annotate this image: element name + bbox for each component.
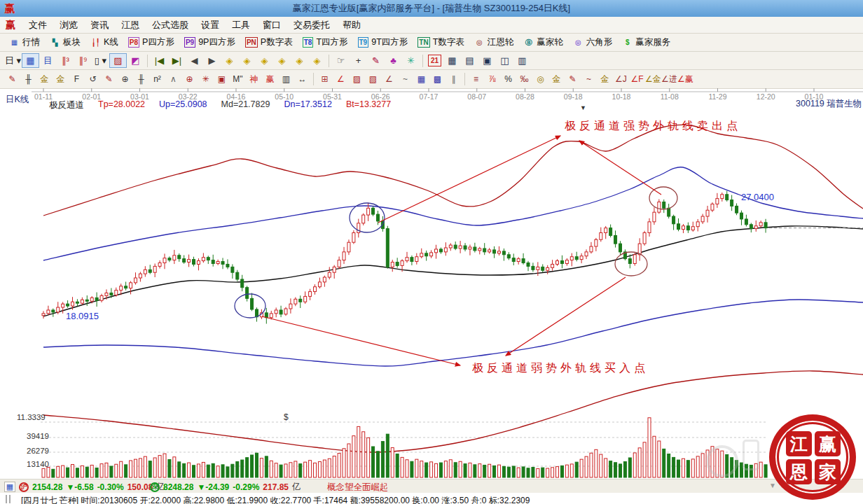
crosshair-tool-icon[interactable]: + xyxy=(350,53,367,68)
gann-tool-icon[interactable]: ♣ xyxy=(385,53,402,68)
chart-layout-icon[interactable]: ▦ xyxy=(22,53,39,68)
calendar-icon[interactable]: 21 xyxy=(428,55,441,66)
prev-bar-icon[interactable]: ◀ xyxy=(186,53,203,68)
menu-item-8[interactable]: 窗口 xyxy=(256,17,287,34)
fibonacci-icon[interactable]: F xyxy=(69,72,85,87)
fib-percent-icon[interactable]: ⅞ xyxy=(484,72,500,87)
angle-f-icon[interactable]: ∠F xyxy=(629,72,645,87)
9t-square-button[interactable]: T99T四方形 xyxy=(353,35,413,50)
spiral-icon[interactable]: ↺ xyxy=(85,72,101,87)
price-grid-icon[interactable]: ╫ xyxy=(20,72,36,87)
hexagon-button[interactable]: ◎六角形 xyxy=(568,35,618,50)
gold-line-2-icon[interactable]: 金 xyxy=(597,72,613,87)
percent-lines-icon[interactable]: ‰ xyxy=(516,72,532,87)
winner-wheel-button[interactable]: Ⓑ赢家轮 xyxy=(518,35,568,50)
pattern-chart-icon[interactable]: ▨ xyxy=(109,53,127,68)
angle-win-icon[interactable]: ∠赢 xyxy=(677,72,693,87)
winner-service-button[interactable]: $赢家服务 xyxy=(617,35,675,50)
angle-line-icon[interactable]: ∠ xyxy=(381,72,397,87)
marker-pen-icon[interactable]: ✎ xyxy=(101,72,117,87)
analysis-tool-icon[interactable]: ✳ xyxy=(402,53,420,68)
gann-box-icon[interactable]: ▣ xyxy=(214,72,230,87)
pen-tool-icon[interactable]: ✎ xyxy=(4,72,20,87)
event-marker-icon[interactable]: ▼ xyxy=(580,104,586,111)
gann-star-icon[interactable]: ✳ xyxy=(198,72,214,87)
h-compress-icon[interactable]: ◈ xyxy=(273,53,291,68)
wave-line-icon[interactable]: ~ xyxy=(581,72,597,87)
angle-j-icon[interactable]: ∠J xyxy=(613,72,629,87)
p-square-button[interactable]: P8P四方形 xyxy=(123,35,179,50)
menu-item-3[interactable]: 资讯 xyxy=(84,17,115,34)
menu-item-1[interactable]: 文件 xyxy=(22,17,53,34)
grid-shade-b-icon[interactable]: ▧ xyxy=(365,72,381,87)
period-dropdown-icon[interactable]: 日 ▾ xyxy=(4,53,22,68)
print-icon[interactable]: ▥ xyxy=(513,53,531,68)
last-bar-icon[interactable]: ▶| xyxy=(168,53,186,68)
save-icon[interactable]: ▣ xyxy=(478,53,496,68)
angle-gold-icon[interactable]: ∠金 xyxy=(645,72,661,87)
ruler-icon[interactable]: ▥ xyxy=(278,72,294,87)
time-grid-icon[interactable]: ╫ xyxy=(133,72,149,87)
shenzhen-market-icon[interactable]: 深 xyxy=(150,482,160,492)
candle-style-icon[interactable]: ▯ ▾ xyxy=(92,53,109,68)
n-square-icon[interactable]: n² xyxy=(149,72,165,87)
angle-jin-icon[interactable]: ∠进 xyxy=(661,72,677,87)
shanghai-market-icon[interactable]: 沪 xyxy=(19,482,29,492)
gold-ratio-a-icon[interactable]: 金 xyxy=(36,72,53,87)
full-view-icon[interactable]: ◈ xyxy=(308,53,326,68)
grid-shade-a-icon[interactable]: ▨ xyxy=(349,72,365,87)
draw-tool-icon[interactable]: ✎ xyxy=(367,53,385,68)
news-ticker[interactable]: 概念望全面崛起 xyxy=(327,482,389,493)
shift-left-icon[interactable]: ◈ xyxy=(221,53,238,68)
next-bar-icon[interactable]: ▶ xyxy=(203,53,221,68)
gann-target-icon[interactable]: ⊕ xyxy=(181,72,198,87)
gann-circle-icon[interactable]: ⊕ xyxy=(117,72,133,87)
win-tool-icon[interactable]: 赢 xyxy=(262,72,278,87)
gann-wheel-button[interactable]: ◎江恩轮 xyxy=(469,35,519,50)
menu-item-9[interactable]: 交易委托 xyxy=(287,17,336,34)
fan-lines-icon[interactable]: ∠ xyxy=(333,72,349,87)
menu-item-6[interactable]: 设置 xyxy=(195,17,226,34)
blue-grid-a-icon[interactable]: ▦ xyxy=(413,72,429,87)
info-panel-icon[interactable]: 目 xyxy=(39,53,57,68)
export-icon[interactable]: ◫ xyxy=(496,53,513,68)
t-square-button[interactable]: T8T四方形 xyxy=(298,35,353,50)
gold-circle-icon[interactable]: ◎ xyxy=(532,72,548,87)
v-expand-icon[interactable]: ◈ xyxy=(291,53,308,68)
shift-right-icon[interactable]: ◈ xyxy=(238,53,256,68)
parallel-lines-icon[interactable]: ∥ xyxy=(446,72,462,87)
menu-item-4[interactable]: 江恩 xyxy=(115,17,146,34)
angle-mirror-icon[interactable]: ∧ xyxy=(165,72,181,87)
menu-item-5[interactable]: 公式选股 xyxy=(146,17,195,34)
menu-item-2[interactable]: 浏览 xyxy=(53,17,84,34)
width-measure-icon[interactable]: ↔ xyxy=(294,72,310,87)
first-bar-icon[interactable]: |◀ xyxy=(151,53,168,68)
zigzag-icon[interactable]: ~ xyxy=(397,72,413,87)
wave-m-icon[interactable]: M" xyxy=(230,72,246,87)
color-chart-icon[interactable]: ◩ xyxy=(127,53,144,68)
quote-grid-icon[interactable]: ▦ xyxy=(4,482,15,492)
nine-kline-icon[interactable]: ∥⁹ xyxy=(74,53,92,68)
menu-item-10[interactable]: 帮助 xyxy=(336,17,367,34)
menu-item-7[interactable]: 工具 xyxy=(226,17,256,34)
gold-ratio-b-icon[interactable]: 金 xyxy=(53,72,69,87)
p-number-table-button[interactable]: PNP数字表 xyxy=(240,35,298,50)
sectors-button[interactable]: ▚板块 xyxy=(45,35,85,50)
notes-icon[interactable]: ▤ xyxy=(461,53,478,68)
hand-tool-icon[interactable]: ☞ xyxy=(332,53,350,68)
market-quotes-button[interactable]: ▦行情 xyxy=(4,35,45,50)
calculator-icon[interactable]: ▦ xyxy=(443,53,461,68)
t-number-table-button[interactable]: TNT数字表 xyxy=(413,35,469,50)
h-expand-icon[interactable]: ◈ xyxy=(256,53,273,68)
brush-icon[interactable]: ✎ xyxy=(565,72,581,87)
percent-table-icon[interactable]: ≡ xyxy=(468,72,484,87)
box-tool-icon[interactable]: ⊞ xyxy=(317,72,333,87)
shen-tool-icon[interactable]: 神 xyxy=(246,72,262,87)
three-kline-icon[interactable]: ∥³ xyxy=(57,53,74,68)
kline-button[interactable]: ╽╿K线 xyxy=(85,35,123,50)
gold-line-icon[interactable]: 金 xyxy=(548,72,565,87)
percent-icon[interactable]: % xyxy=(500,72,516,87)
9p-square-button[interactable]: P99P四方形 xyxy=(179,35,240,50)
toolbar-separator xyxy=(329,55,329,67)
blue-grid-b-icon[interactable]: ▩ xyxy=(429,72,446,87)
